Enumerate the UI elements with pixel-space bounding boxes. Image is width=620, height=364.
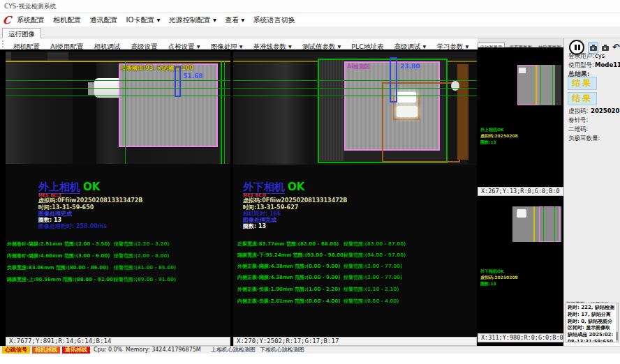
- green-horizontal-line: [233, 80, 477, 81]
- green-horizontal-line: [6, 88, 230, 89]
- result-badge-lower: 结果: [568, 92, 597, 105]
- thumbnail-image: [512, 206, 561, 242]
- login-user-value: cys: [595, 52, 605, 59]
- virtual-code-value: 20250208: [591, 107, 620, 114]
- ai-roi-label: AI检测区: [347, 63, 370, 70]
- thumbnail-tabs: 缩放图显示 所有画面图 缺陷画面图: [478, 38, 563, 47]
- camera-icon: [590, 46, 597, 51]
- thumbnail-view-upper[interactable]: 外上相机OK 虚拟码:20250208 圈数:13: [478, 47, 563, 187]
- thumbnail-view-lower[interactable]: 外下相机OK 虚拟码:20250208 圈数:13: [478, 196, 563, 333]
- login-user-label: 登录用户:: [568, 52, 594, 61]
- green-horizontal-line: [233, 96, 477, 96]
- alarm-range: 报警范围:(94.00 - 97.00): [344, 252, 406, 259]
- coordinate-readout-upper: X:7677;Y:891;R:14;G:14;B:14: [6, 337, 230, 346]
- measurement-row: 外侧卷针-隔膜:2.91mm 范围:(2.00 - 3.50): [7, 241, 110, 248]
- machinery-column: [468, 62, 477, 164]
- app-logo-icon: C: [2, 14, 12, 26]
- menu-item-system-config[interactable]: 系统配置: [17, 13, 45, 26]
- pause-icon: [575, 45, 577, 50]
- coordinate-readout-thumb-upper: X:267;Y:13;R:0;G:0;B:0: [478, 187, 563, 196]
- menu-item-comm-config[interactable]: 通讯配置: [89, 13, 117, 26]
- measurement-row: 外侧正极-负极:1.90mm 范围:(1.00 - 2.20): [237, 286, 341, 293]
- coordinate-readout-lower: X:270;Y:2502;R:17;G:17;B:17: [233, 337, 477, 346]
- thumb-overlay-line: 圈数:13: [480, 139, 496, 146]
- machinery-column: [73, 62, 96, 164]
- toolbar: 相机配置 AI使用配置 相机调试 高级设置 点检设置 ▾ 图像处理 ▾ 基准线参…: [0, 38, 478, 50]
- thumbnail-panel: 缩放图显示 所有画面图 缺陷画面图 外上相机OK 虚拟码:20250208 圈数…: [478, 38, 563, 346]
- log-scrollbar-thumb[interactable]: [616, 332, 618, 340]
- result-badge-upper: 结果: [568, 77, 597, 90]
- electrode-tab-highlight: [397, 92, 416, 103]
- upper-camera-heartbeat-link[interactable]: 上相机心跳检测图: [211, 347, 256, 354]
- green-line: [540, 65, 541, 105]
- tab-run-image[interactable]: 运行图像: [2, 28, 41, 39]
- green-line: [554, 206, 555, 242]
- blue-measure-box: [175, 66, 181, 97]
- measurement-row: 隔膜宽度-下:95.24mm 范围:(93.00 - 98.00): [237, 252, 346, 259]
- measurement-row: 内侧正极-隔膜:4.38mm 范围:(0.00 - 9.00): [237, 274, 341, 281]
- menu-item-camera-config[interactable]: 相机配置: [53, 13, 81, 26]
- measurement-row: 外侧正极-隔膜:4.38mm 范围:(0.00 - 9.00): [237, 263, 341, 270]
- green-horizontal-line: [6, 96, 230, 96]
- electrode-tab-highlight: [397, 106, 418, 117]
- camera-icon: [602, 46, 609, 51]
- menu-bar: C 系统配置 相机配置 通讯配置 IO卡配置 ▾ 光源控制配置 ▾ 查看 ▾ 系…: [0, 13, 620, 26]
- camera-result-title: 外上相机OK: [38, 180, 100, 194]
- thumbnail-image: [517, 65, 561, 105]
- run-log-text: 耗时: 222, 缺陷检测耗时: 17, 缺陷分离耗时: 0, 缺陷视图分区耗时…: [568, 305, 614, 342]
- loop-count: 圈数: 13: [243, 222, 266, 230]
- window-title: CYS-视觉检测系统: [0, 0, 620, 13]
- green-vertical-line: [125, 61, 126, 164]
- roi-texture: [319, 60, 344, 161]
- menu-item-io-config[interactable]: IO卡配置 ▾: [126, 13, 161, 26]
- model-label: 使用型号:: [568, 61, 594, 70]
- cpu-usage: Cpu: 0.0%: [94, 347, 122, 354]
- blue-measure-value: 23.80: [400, 63, 420, 70]
- green-horizontal-line: [6, 80, 230, 81]
- alarm-range: 报警范围:(83.00 - 87.00): [344, 241, 406, 248]
- measurement-row: 正极宽度:83.77mm 范围:(82.00 - 88.00): [237, 241, 339, 248]
- blue-measure-value: 51.68: [183, 73, 202, 79]
- heartbeat-badge: 心跳信号: [2, 347, 30, 354]
- measurement-row: 内侧卷针-隔膜:4.60mm 范围:(3.00 - 6.00): [7, 252, 110, 259]
- camera-image-top-band: [6, 52, 230, 61]
- qr-code-label: 二维码:: [568, 126, 588, 134]
- alarm-range: 报警范围:(2.20 - 3.20): [114, 241, 170, 248]
- menu-item-language[interactable]: 系统语言切换: [253, 13, 295, 26]
- pause-icon: [578, 45, 580, 50]
- log-scrollbar[interactable]: [616, 303, 618, 342]
- metal-highlight: [519, 68, 526, 73]
- thumb-overlay-line: 外上相机OK: [480, 127, 504, 133]
- camera-status: OK: [83, 181, 100, 193]
- virtual-code-label: 虚拟码:: [568, 107, 588, 116]
- alarm-range: 报警范围:(2.00 - 77.00): [344, 274, 402, 281]
- thumb-overlay-line: 外下相机OK: [480, 268, 504, 275]
- measurement-row: 负极宽度:83.06mm 范围:(80.00 - 86.00): [7, 264, 108, 271]
- green-line: [543, 206, 544, 242]
- camera-view-upper[interactable]: 负极阈值:93, 动态阈值:100 51.68 外上相机OK MES_BC:1 …: [6, 52, 230, 337]
- comm-offline-badge: 通讯掉线: [62, 347, 90, 354]
- memory-usage: Memory: 3424.41796875M: [126, 347, 201, 354]
- status-bar: 心跳信号 相机掉线 通讯掉线 Cpu: 0.0% Memory: 3424.41…: [0, 346, 620, 354]
- camera-status: OK: [288, 181, 304, 193]
- lower-camera-heartbeat-link[interactable]: 下相机心跳检测图: [260, 347, 304, 354]
- yellow-line: [533, 206, 535, 242]
- measurement-row: 隔膜宽度-上:90.56mm 范围:(88.00 - 92.00): [7, 276, 115, 283]
- camera-offline-badge: 相机掉线: [32, 347, 60, 354]
- dark-edge: [555, 65, 561, 105]
- green-vertical-line: [221, 61, 222, 164]
- coordinate-readout-thumb-lower: X:311;Y:980;R:0;G:0;B:0: [478, 333, 563, 342]
- camera-view-lower[interactable]: AI检测区 23.80 外下相机OK MES_BC:0 虚拟码:0Ffiiw20…: [233, 52, 477, 337]
- camera-result-title: 外下相机OK: [243, 180, 304, 194]
- thumb-overlay-line: 圈数:13: [480, 281, 496, 287]
- pink-roi-box: [539, 206, 560, 242]
- green-vertical-line: [224, 61, 225, 164]
- menu-item-view[interactable]: 查看 ▾: [225, 13, 244, 26]
- menu-item-light-config[interactable]: 光源控制配置 ▾: [169, 13, 216, 26]
- needle-number-label: 卷针号:: [568, 116, 588, 125]
- threshold-label: 负极阈值:93, 动态阈值:100: [121, 64, 193, 72]
- measurement-row: 内侧正极-负极:2.61mm 范围:(0.60 - 4.00): [237, 298, 341, 305]
- negative-tab-count-label: 负极耳数量:: [568, 135, 600, 143]
- undo-button[interactable]: ↶: [611, 41, 620, 53]
- yellow-line: [536, 65, 537, 105]
